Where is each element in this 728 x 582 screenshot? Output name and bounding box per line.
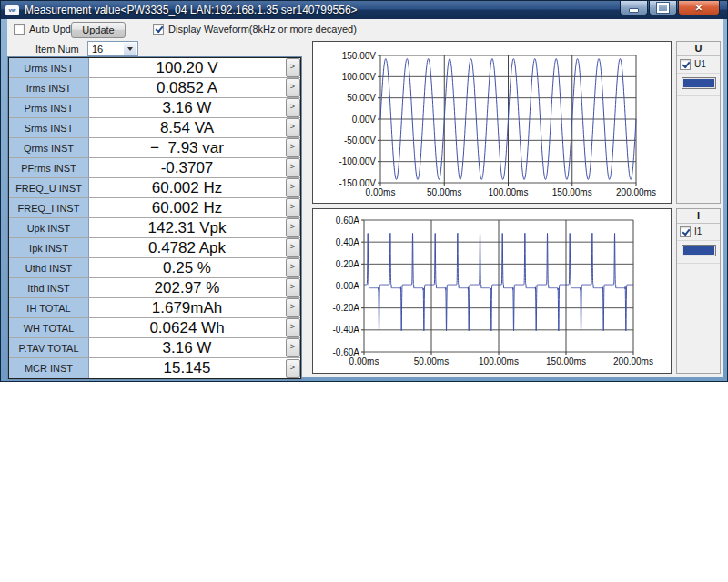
measurement-label: Irms INST <box>9 78 89 97</box>
axis-tick-label: 0.40A <box>336 237 359 247</box>
axis-tick-label: -0.20A <box>333 303 360 313</box>
measurement-label: Uthd INST <box>9 258 89 277</box>
voltage-waveform-chart: 150.00V100.00V50.00V0.00V-50.00V-100.00V… <box>312 41 672 204</box>
axis-tick-label: 100.00ms <box>479 356 519 366</box>
item-num-value: 16 <box>92 44 103 55</box>
measurement-label: Qrms INST <box>9 138 89 157</box>
measurement-row: Srms INST8.54 VA> <box>9 118 300 138</box>
axis-tick-label: 100.00V <box>342 72 377 82</box>
update-button[interactable]: Update <box>71 22 126 38</box>
expand-arrow-button[interactable]: > <box>286 258 300 277</box>
expand-arrow-button[interactable]: > <box>286 359 300 378</box>
measurement-button-cell: > <box>285 338 300 357</box>
measurement-value: 3.16 W <box>89 338 285 357</box>
screen: vw Measurement value<PW3335_04 LAN:192.1… <box>0 0 728 582</box>
measurement-label: Ipk INST <box>9 238 89 257</box>
measurement-row: PFrms INST-0.3707> <box>9 158 300 178</box>
current-channel-panel: I I1 <box>676 208 721 374</box>
maximize-button[interactable] <box>649 1 677 15</box>
app-icon: vw <box>5 5 19 15</box>
axis-tick-label: 50.00ms <box>427 187 461 197</box>
axis-tick-label: -0.40A <box>333 325 360 335</box>
expand-arrow-button[interactable]: > <box>286 338 300 357</box>
display-waveform-checkbox[interactable] <box>153 24 164 35</box>
measurement-row: Urms INST100.20 V> <box>9 58 300 78</box>
expand-arrow-button[interactable]: > <box>286 58 300 77</box>
channel-panel-header: I <box>677 209 720 224</box>
measurement-label: WH TOTAL <box>9 318 89 337</box>
axis-tick-label: 0.00V <box>352 115 376 125</box>
measurement-row: FREQ_U INST60.002 Hz> <box>9 178 300 198</box>
measurement-value: 0.4782 Apk <box>89 238 285 257</box>
window-title: Measurement value<PW3335_04 LAN:192.168.… <box>25 4 358 16</box>
expand-arrow-button[interactable]: > <box>286 238 300 257</box>
measurement-row: P.TAV TOTAL3.16 W> <box>9 338 300 358</box>
expand-arrow-button[interactable]: > <box>286 218 300 237</box>
measurement-row: Uthd INST0.25 %> <box>9 258 300 278</box>
expand-arrow-button[interactable]: > <box>286 78 300 97</box>
expand-arrow-button[interactable]: > <box>286 118 300 137</box>
measurement-row: Ithd INST202.97 %> <box>9 278 300 298</box>
expand-arrow-button[interactable]: > <box>286 298 300 317</box>
waveform-plot: 150.00V100.00V50.00V0.00V-50.00V-100.00V… <box>313 42 671 203</box>
waveform-plot: 0.60A0.40A0.20A0.00A-0.20A-0.40A-0.60A0.… <box>313 209 671 373</box>
measurement-row: FREQ_I INST60.002 Hz> <box>9 198 300 218</box>
measurement-value: 60.002 Hz <box>89 198 285 217</box>
measurement-label: P.TAV TOTAL <box>9 338 89 357</box>
measurement-label: FREQ_I INST <box>9 198 89 217</box>
i1-checkbox[interactable] <box>680 226 691 237</box>
check-icon <box>682 227 691 236</box>
measurement-label: FREQ_U INST <box>9 178 89 197</box>
measurement-button-cell: > <box>285 158 300 177</box>
maximize-icon <box>657 3 669 13</box>
measurement-label: Urms INST <box>9 58 89 77</box>
measurement-value: 0.0624 Wh <box>89 318 285 337</box>
title-bar: vw Measurement value<PW3335_04 LAN:192.1… <box>1 1 727 19</box>
i1-label: I1 <box>694 226 702 236</box>
measurement-value: 0.25 % <box>89 258 285 277</box>
auto-update-checkbox[interactable] <box>14 24 25 35</box>
item-num-label: Item Num <box>35 44 79 55</box>
measurement-window: vw Measurement value<PW3335_04 LAN:192.1… <box>0 0 728 382</box>
expand-arrow-button[interactable]: > <box>286 318 300 337</box>
measurement-label: Ithd INST <box>9 278 89 297</box>
axis-tick-label: -100.00V <box>339 156 376 166</box>
axis-tick-label: 200.00ms <box>616 187 656 197</box>
measurement-button-cell: > <box>285 318 300 337</box>
axis-tick-label: 150.00ms <box>552 187 592 197</box>
channel-panel-header: U <box>677 42 720 56</box>
check-icon <box>682 60 691 68</box>
measurement-button-cell: > <box>285 78 300 97</box>
measurement-button-cell: > <box>285 98 300 117</box>
client-area: Auto Update Update Display Waveform(8kHz… <box>7 19 723 377</box>
expand-arrow-button[interactable]: > <box>286 158 300 177</box>
measurement-button-cell: > <box>285 298 300 317</box>
expand-arrow-button[interactable]: > <box>286 198 300 217</box>
axis-tick-label: 0.00A <box>336 281 359 291</box>
item-num-select[interactable]: 16 <box>87 41 138 56</box>
u1-color-swatch[interactable] <box>682 77 716 89</box>
measurement-value: 15.145 <box>89 358 285 378</box>
expand-arrow-button[interactable]: > <box>286 178 300 197</box>
display-waveform-label: Display Waveform(8kHz or more decayed) <box>168 24 357 35</box>
divider <box>677 256 720 264</box>
u1-checkbox[interactable] <box>680 59 691 70</box>
expand-arrow-button[interactable]: > <box>286 98 300 117</box>
minimize-button[interactable] <box>620 1 648 15</box>
axis-tick-label: -0.60A <box>333 347 360 357</box>
axis-tick-label: 200.00ms <box>613 356 653 366</box>
measurement-button-cell: > <box>285 258 300 277</box>
u1-label: U1 <box>694 59 706 69</box>
axis-tick-label: 0.60A <box>336 216 359 226</box>
measurement-label: Srms INST <box>9 118 89 137</box>
expand-arrow-button[interactable]: > <box>286 138 300 157</box>
axis-tick-label: -150.00V <box>339 178 376 188</box>
dropdown-button[interactable] <box>124 43 136 55</box>
measurement-label: Upk INST <box>9 218 89 237</box>
close-button[interactable]: ✕ <box>678 1 720 15</box>
measurement-button-cell: > <box>285 218 300 237</box>
i1-color-swatch[interactable] <box>682 245 716 256</box>
measurement-button-cell: > <box>285 178 300 197</box>
axis-tick-label: 0.20A <box>336 259 359 269</box>
expand-arrow-button[interactable]: > <box>286 278 300 297</box>
